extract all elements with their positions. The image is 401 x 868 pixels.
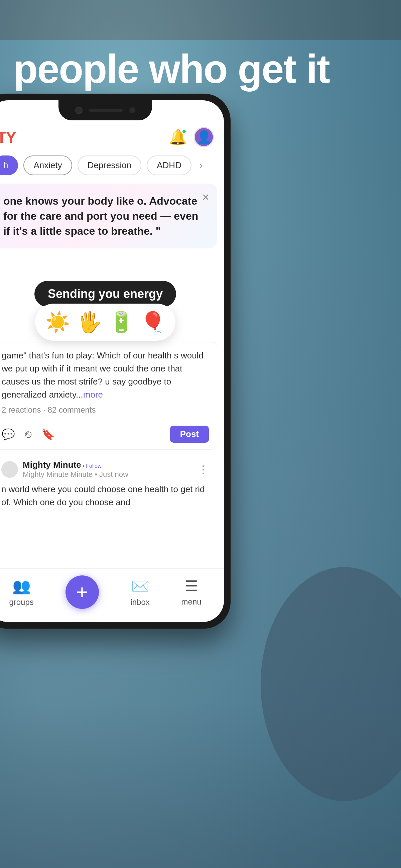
phone-notch <box>59 100 152 120</box>
category-arrow[interactable]: › <box>197 155 205 175</box>
close-button[interactable]: × <box>202 190 209 204</box>
groups-label: groups <box>9 597 33 607</box>
nav-inbox[interactable]: ✉️ inbox <box>130 578 149 607</box>
hero-title: people who get it <box>13 47 388 91</box>
category-label: Anxiety <box>33 160 62 170</box>
emoji-balloon[interactable]: 🎈 <box>140 310 165 334</box>
post-text-1: game" that's fun to play: Which of our h… <box>2 349 209 401</box>
plus-icon: + <box>76 581 88 603</box>
phone-mockup: TY 🔔 👤 h <box>0 94 247 629</box>
post-menu-icon[interactable]: ⋮ <box>198 463 209 476</box>
notification-bell[interactable]: 🔔 <box>169 128 187 146</box>
speaker <box>89 108 123 112</box>
post-read-more[interactable]: more <box>83 390 103 400</box>
emoji-hand[interactable]: 🖐️ <box>77 310 102 334</box>
bottom-overlay <box>0 701 401 868</box>
menu-icon: ☰ <box>185 578 198 594</box>
phone-screen: TY 🔔 👤 h <box>0 100 224 622</box>
bottom-navigation: 👥 groups + ✉️ inbox ☰ menu <box>0 568 224 622</box>
notification-dot <box>182 129 187 134</box>
author-name-row: Mighty Minute • Follow <box>23 460 193 470</box>
author-row: Mighty Minute • Follow Mighty Minute Min… <box>1 460 209 479</box>
hero-section: people who get it <box>0 47 401 91</box>
category-label: ADHD <box>157 160 181 170</box>
category-label: h <box>3 160 8 170</box>
inbox-label: inbox <box>130 597 149 607</box>
bg-top-texture <box>0 0 401 40</box>
sensor <box>129 107 135 113</box>
nav-groups[interactable]: 👥 groups <box>9 578 33 607</box>
phone-frame: TY 🔔 👤 h <box>0 94 231 629</box>
category-label: Depression <box>88 160 132 170</box>
emoji-picker[interactable]: ☀️ 🖐️ 🔋 🎈 <box>35 304 175 341</box>
author-name: Mighty Minute <box>23 460 81 470</box>
emoji-sun[interactable]: ☀️ <box>45 310 70 334</box>
category-pill-depression[interactable]: Depression <box>77 155 142 175</box>
category-pill-anxiety[interactable]: Anxiety <box>23 155 72 175</box>
tooltip-label: Sending you energy <box>34 281 176 307</box>
camera <box>75 107 82 114</box>
comment-icon[interactable]: 💬 <box>2 428 15 441</box>
post-actions-1: 💬 ⎋ 🔖 Post <box>2 420 209 443</box>
post-time: Mighty Minute Minute • Just now <box>23 470 193 479</box>
quote-text: one knows your body like o. Advocate for… <box>3 194 207 239</box>
groups-icon: 👥 <box>12 578 31 595</box>
quote-card: × one knows your body like o. Advocate f… <box>0 184 217 248</box>
post-text-2: n world where you could choose one healt… <box>1 483 209 509</box>
post-stats-1: 2 reactions · 82 comments <box>2 405 209 414</box>
follow-button[interactable]: • Follow <box>82 463 101 469</box>
avatar-image: 👤 <box>197 130 211 144</box>
category-pill-adhd[interactable]: ADHD <box>147 155 192 175</box>
emoji-battery[interactable]: 🔋 <box>109 310 134 334</box>
app-header: TY 🔔 👤 <box>0 120 224 152</box>
menu-label: menu <box>181 597 201 607</box>
post-card-1: game" that's fun to play: Which of our h… <box>0 342 217 450</box>
author-avatar <box>1 461 18 478</box>
author-info: Mighty Minute • Follow Mighty Minute Min… <box>23 460 193 479</box>
add-post-button[interactable]: + <box>66 576 99 609</box>
post-button[interactable]: Post <box>170 426 209 443</box>
avatar[interactable]: 👤 <box>194 127 214 147</box>
share-icon[interactable]: ⎋ <box>25 428 31 440</box>
app-content: TY 🔔 👤 h <box>0 120 224 622</box>
category-bar: h Anxiety Depression ADHD › <box>0 152 224 180</box>
header-icons: 🔔 👤 <box>169 127 214 147</box>
inbox-icon: ✉️ <box>131 578 149 595</box>
nav-menu[interactable]: ☰ menu <box>181 578 201 607</box>
reaction-tooltip: Sending you energy ☀️ 🖐️ 🔋 🎈 <box>34 281 176 341</box>
app-logo: TY <box>0 128 16 147</box>
category-pill-health[interactable]: h <box>0 155 18 175</box>
post-card-2: Mighty Minute • Follow Mighty Minute Min… <box>0 453 217 516</box>
bookmark-icon[interactable]: 🔖 <box>41 428 55 441</box>
